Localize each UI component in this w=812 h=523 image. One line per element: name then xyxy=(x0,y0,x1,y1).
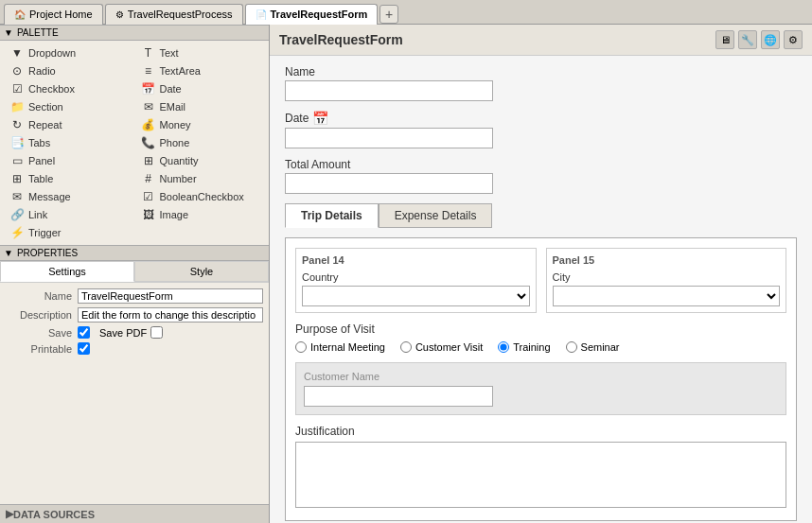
radio-internal-meeting[interactable]: Internal Meeting xyxy=(295,341,385,353)
image-icon: 🖼 xyxy=(141,208,156,221)
datasources-section[interactable]: ▶ DATA SOURCES xyxy=(0,504,269,523)
prop-save-checkbox[interactable] xyxy=(78,326,90,339)
email-icon: ✉ xyxy=(141,100,156,113)
palette-item-radio[interactable]: ⊙ Radio xyxy=(4,62,134,79)
prop-description-input[interactable] xyxy=(78,307,263,323)
palette-dropdown-label: Dropdown xyxy=(28,47,76,59)
tab-project-home-label: Project Home xyxy=(29,9,93,20)
palette-item-checkbox[interactable]: ☑ Checkbox xyxy=(4,80,134,97)
justification-textarea[interactable] xyxy=(295,442,786,508)
palette-item-table[interactable]: ⊞ Table xyxy=(4,170,134,187)
phone-icon: 📞 xyxy=(141,136,156,149)
prop-name-input[interactable] xyxy=(78,288,263,304)
palette-toggle[interactable]: ▼ PALETTE xyxy=(0,25,269,41)
purpose-label: Purpose of Visit xyxy=(295,323,786,336)
palette-item-trigger[interactable]: ⚡ Trigger xyxy=(4,224,134,241)
palette-item-textarea[interactable]: ≡ TextArea xyxy=(135,62,266,79)
left-panel: ▼ PALETTE ▼ Dropdown T Text ⊙ Radio ≡ Te… xyxy=(0,25,270,523)
form-body: Name Date 📅 Total Amount Trip Details xyxy=(270,56,812,523)
trigger-icon: ⚡ xyxy=(9,226,25,239)
form-header: TravelRequestForm 🖥 🔧 🌐 ⚙ xyxy=(270,25,812,56)
prop-save-pdf-checkbox[interactable] xyxy=(150,326,163,339)
palette-item-text[interactable]: T Text xyxy=(135,44,266,61)
properties-arrow-icon: ▼ xyxy=(4,248,13,258)
palette-item-dropdown[interactable]: ▼ Dropdown xyxy=(4,44,134,61)
repeat-icon: ↻ xyxy=(9,118,25,131)
palette-tabs-label: Tabs xyxy=(28,137,50,148)
form-icon-gear[interactable]: ⚙ xyxy=(784,30,803,49)
form-icon-monitor[interactable]: 🖥 xyxy=(715,30,734,49)
prop-description-label: Description xyxy=(6,309,72,321)
palette-item-panel[interactable]: ▭ Panel xyxy=(4,152,134,169)
prop-save-row: Save Save PDF xyxy=(6,326,263,339)
name-field-input[interactable] xyxy=(285,80,493,101)
date-field-input[interactable] xyxy=(285,128,493,148)
palette-item-repeat[interactable]: ↻ Repeat xyxy=(4,116,134,133)
justification-section: Justification xyxy=(295,425,786,511)
palette-image-label: Image xyxy=(160,209,189,220)
quantity-icon: ⊞ xyxy=(141,154,156,167)
palette-section-label: Section xyxy=(28,101,63,113)
properties-header-label: PROPERTIES xyxy=(17,248,78,258)
properties-toggle[interactable]: ▼ PROPERTIES xyxy=(0,245,269,261)
radio-seminar[interactable]: Seminar xyxy=(566,341,620,353)
palette-item-tabs[interactable]: 📑 Tabs xyxy=(4,134,134,151)
link-icon: 🔗 xyxy=(9,208,25,221)
tab-travel-form[interactable]: 📄 TravelRequestForm xyxy=(245,4,379,25)
tab-project-home[interactable]: 🏠 Project Home xyxy=(4,4,103,25)
palette-item-link[interactable]: 🔗 Link xyxy=(4,206,134,223)
palette-item-number[interactable]: # Number xyxy=(135,170,266,187)
palette-item-quantity[interactable]: ⊞ Quantity xyxy=(135,152,266,169)
palette-item-date[interactable]: 📅 Date xyxy=(135,80,266,97)
palette-item-boolean-checkbox[interactable]: ☑ BooleanCheckbox xyxy=(135,188,266,205)
prop-tab-settings[interactable]: Settings xyxy=(0,261,134,282)
form-icon-globe[interactable]: 🌐 xyxy=(761,30,780,49)
radio-training-input[interactable] xyxy=(498,341,509,353)
add-tab-button[interactable]: + xyxy=(380,5,398,24)
radio-seminar-input[interactable] xyxy=(566,341,577,353)
tabs-icon: 📑 xyxy=(9,136,25,149)
tab-travel-process[interactable]: ⚙ TravelRequestProcess xyxy=(105,4,243,25)
trip-tab-details[interactable]: Trip Details xyxy=(285,203,379,228)
panel-14: Panel 14 Country xyxy=(295,248,537,313)
palette-textarea-label: TextArea xyxy=(160,65,201,77)
purpose-radio-group: Internal Meeting Customer Visit Training xyxy=(295,341,786,353)
palette-item-email[interactable]: ✉ EMail xyxy=(135,98,266,115)
properties-section: ▼ PROPERTIES Settings Style Name Descrip… xyxy=(0,245,269,504)
trip-tab-expense[interactable]: Expense Details xyxy=(379,203,493,228)
palette-item-image[interactable]: 🖼 Image xyxy=(135,206,266,223)
customer-name-section: Customer Name xyxy=(295,362,786,415)
tab-travel-form-label: TravelRequestForm xyxy=(271,9,368,20)
prop-name-label: Name xyxy=(6,290,72,302)
prop-name-row: Name xyxy=(6,288,263,304)
palette-item-empty xyxy=(135,224,266,241)
palette-table-label: Table xyxy=(28,173,53,184)
date-icon: 📅 xyxy=(141,82,156,96)
city-select[interactable] xyxy=(553,286,781,306)
palette-item-message[interactable]: ✉ Message xyxy=(4,188,134,205)
project-home-icon: 🏠 xyxy=(14,9,26,20)
radio-training[interactable]: Training xyxy=(498,341,550,353)
palette-repeat-label: Repeat xyxy=(28,119,62,131)
prop-tab-style[interactable]: Style xyxy=(134,261,269,282)
customer-name-input[interactable] xyxy=(304,386,493,407)
message-icon: ✉ xyxy=(9,190,25,203)
country-select[interactable] xyxy=(302,286,530,306)
checkbox-icon: ☑ xyxy=(9,82,25,96)
section-icon: 📁 xyxy=(9,100,25,113)
radio-internal-meeting-input[interactable] xyxy=(295,341,307,353)
palette-item-money[interactable]: 💰 Money xyxy=(135,116,266,133)
prop-printable-label: Printable xyxy=(6,343,72,355)
number-icon: # xyxy=(141,172,156,185)
datasources-arrow-icon: ▶ xyxy=(6,508,13,520)
radio-customer-visit[interactable]: Customer Visit xyxy=(400,341,483,353)
prop-save-pdf-label: Save PDF xyxy=(99,327,147,339)
prop-printable-checkbox[interactable] xyxy=(78,342,90,355)
total-amount-input[interactable] xyxy=(285,173,493,194)
boolean-checkbox-icon: ☑ xyxy=(141,190,156,203)
calendar-icon[interactable]: 📅 xyxy=(312,111,328,126)
radio-customer-visit-input[interactable] xyxy=(400,341,412,353)
palette-item-section[interactable]: 📁 Section xyxy=(4,98,134,115)
form-icon-tool[interactable]: 🔧 xyxy=(738,30,757,49)
palette-item-phone[interactable]: 📞 Phone xyxy=(135,134,266,151)
